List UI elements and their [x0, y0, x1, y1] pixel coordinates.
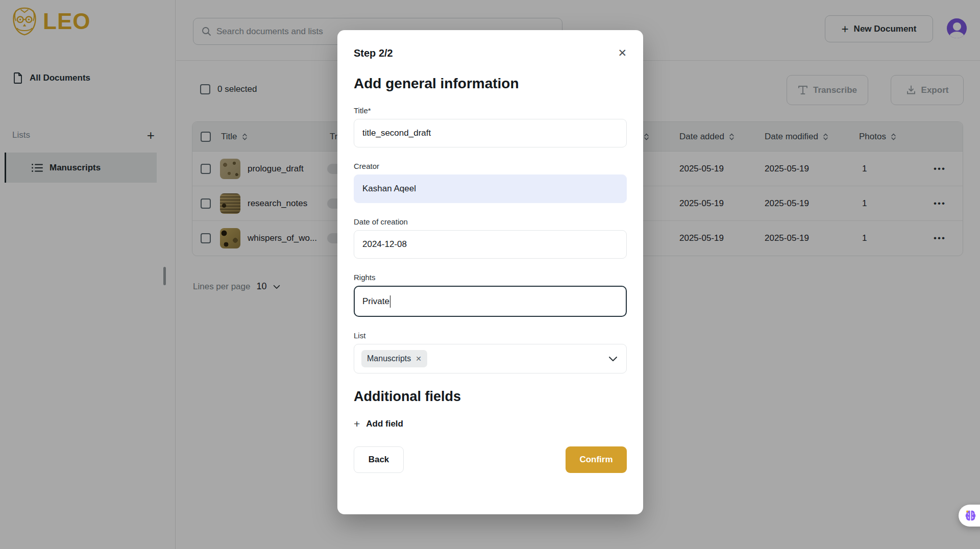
list-chip: Manuscripts ✕: [361, 350, 427, 367]
rights-field-label: Rights: [354, 273, 627, 282]
date-of-creation-input[interactable]: [354, 230, 627, 259]
chip-remove-icon[interactable]: ✕: [415, 355, 422, 363]
modal-step-label: Step 2/2: [354, 47, 393, 59]
assistant-widget[interactable]: [959, 505, 980, 527]
rights-input[interactable]: Private: [354, 286, 627, 317]
additional-fields-heading: Additional fields: [354, 389, 627, 405]
title-field-label: Title*: [354, 106, 627, 115]
confirm-button[interactable]: Confirm: [566, 446, 627, 473]
creator-input[interactable]: [354, 174, 627, 203]
add-field-button[interactable]: + Add field: [354, 418, 627, 430]
plus-icon: +: [354, 418, 360, 430]
text-caret: [390, 295, 391, 308]
add-information-modal: Step 2/2 ✕ Add general information Title…: [337, 30, 643, 514]
list-select[interactable]: Manuscripts ✕: [354, 344, 627, 373]
chevron-down-icon[interactable]: [608, 355, 618, 362]
rights-input-value: Private: [362, 296, 389, 307]
creator-field-label: Creator: [354, 162, 627, 170]
date-of-creation-field-label: Date of creation: [354, 217, 627, 226]
add-field-label: Add field: [366, 419, 403, 429]
close-icon[interactable]: ✕: [618, 47, 627, 58]
list-chip-label: Manuscripts: [367, 354, 411, 363]
back-button[interactable]: Back: [354, 446, 404, 473]
brain-icon: [964, 509, 977, 522]
app-root: LEO All Documents Lists +: [0, 0, 980, 549]
list-field-label: List: [354, 331, 627, 340]
modal-heading: Add general information: [354, 76, 627, 92]
title-input[interactable]: [354, 119, 627, 147]
